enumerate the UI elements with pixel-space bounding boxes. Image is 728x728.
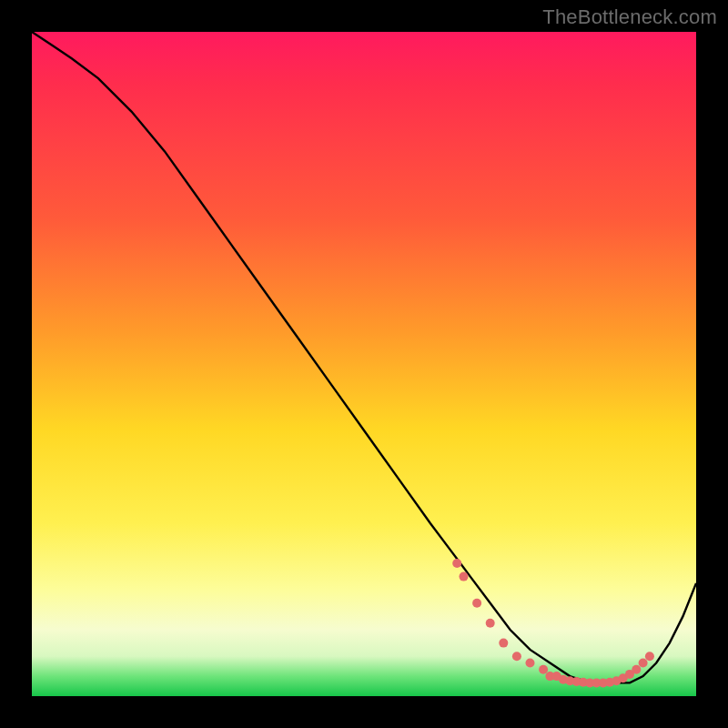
marker-dot (526, 659, 535, 668)
chart-frame: TheBottleneck.com (0, 0, 728, 728)
marker-dot (499, 639, 508, 648)
marker-dot (645, 652, 654, 661)
marker-dot (539, 665, 548, 674)
marker-dot (472, 599, 481, 608)
marker-dot (460, 572, 469, 581)
marker-dot (452, 559, 461, 568)
main-curve (32, 32, 696, 682)
plot-area (32, 32, 696, 696)
marker-dot (512, 652, 521, 661)
marker-dot (639, 659, 648, 668)
curve-layer (32, 32, 696, 696)
watermark-text: TheBottleneck.com (542, 5, 717, 29)
marker-dot (632, 665, 641, 674)
marker-group (452, 559, 654, 687)
marker-dot (486, 619, 495, 628)
